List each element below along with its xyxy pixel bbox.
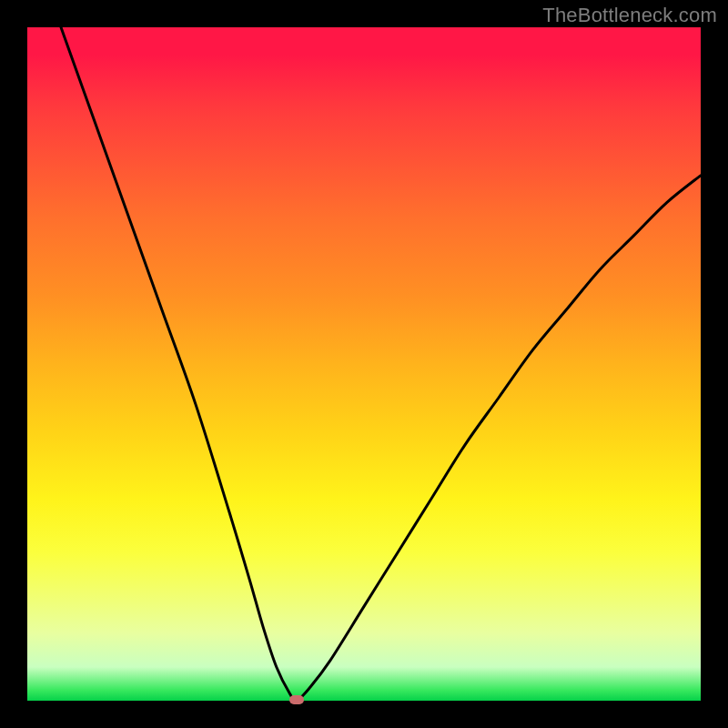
plot-area [27, 27, 701, 701]
bottleneck-curve [27, 27, 701, 701]
chart-frame: TheBottleneck.com [0, 0, 728, 728]
watermark-text: TheBottleneck.com [542, 4, 717, 27]
min-marker [289, 695, 304, 704]
